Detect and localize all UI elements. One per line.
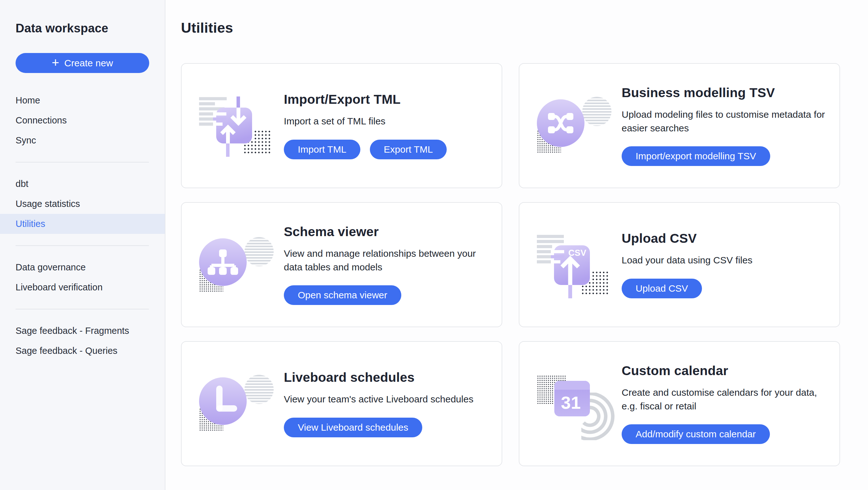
- calendar-day-number: 31: [554, 392, 587, 413]
- view-liveboard-schedules-button[interactable]: View Liveboard schedules: [284, 418, 422, 437]
- sidebar-item-home[interactable]: Home: [0, 91, 165, 110]
- card-description: View and manage relationships between yo…: [284, 247, 489, 274]
- sidebar-item-usage-statistics[interactable]: Usage statistics: [0, 194, 165, 214]
- custom-calendar-illustration: 31: [537, 367, 612, 440]
- bar-notch: [551, 255, 564, 258]
- sidebar-divider: [16, 162, 149, 162]
- sidebar-item-dbt[interactable]: dbt: [0, 174, 165, 194]
- create-new-label: Create new: [64, 58, 113, 69]
- card-description: Create and customise calendars for your …: [622, 386, 827, 413]
- bar-notch: [551, 250, 564, 253]
- create-new-button[interactable]: + Create new: [16, 53, 149, 73]
- bar-notch: [213, 118, 226, 121]
- sidebar-item-sync[interactable]: Sync: [0, 130, 165, 151]
- clock-hands-icon: [216, 386, 239, 415]
- arrow-stem: [226, 143, 229, 157]
- business-modelling-illustration: [537, 97, 612, 155]
- card-liveboard-schedules: Liveboard schedules View your team's act…: [181, 341, 502, 466]
- schema-viewer-illustration: [199, 236, 274, 294]
- sidebar-item-sage-feedback-queries[interactable]: Sage feedback - Queries: [0, 341, 165, 361]
- striped-circle-decoration: [245, 237, 274, 266]
- striped-circle-decoration: [582, 97, 612, 126]
- import-export-modelling-tsv-button[interactable]: Import/export modelling TSV: [622, 146, 770, 166]
- liveboard-schedules-illustration: [199, 375, 274, 432]
- arrow-stem: [237, 96, 240, 109]
- card-description: Load your data using CSV files: [622, 254, 752, 267]
- card-description: Import a set of TML files: [284, 115, 447, 128]
- import-tml-button[interactable]: Import TML: [284, 140, 360, 159]
- card-title: Schema viewer: [284, 224, 489, 239]
- plus-icon: +: [52, 56, 59, 69]
- card-title: Liveboard schedules: [284, 370, 473, 385]
- card-upload-csv: CSV Upload CSV Load your data using CSV: [519, 202, 840, 327]
- arrow-stem: [568, 285, 572, 298]
- sidebar-item-sage-feedback-fragments[interactable]: Sage feedback - Fragments: [0, 321, 165, 341]
- bar-notch: [213, 112, 226, 116]
- swap-connections-icon: [548, 113, 574, 133]
- purple-circle: [199, 238, 247, 286]
- card-title: Business modelling TSV: [622, 85, 827, 100]
- card-title: Upload CSV: [622, 231, 752, 246]
- data-workspace-app: Data workspace + Create new Home Connect…: [0, 0, 868, 490]
- export-tml-button[interactable]: Export TML: [370, 140, 447, 159]
- sidebar-item-utilities[interactable]: Utilities: [0, 214, 165, 234]
- card-title: Import/Export TML: [284, 92, 447, 107]
- sidebar: Data workspace + Create new Home Connect…: [0, 0, 165, 490]
- import-export-tml-illustration: [199, 92, 271, 159]
- sidebar-divider: [16, 309, 149, 309]
- page-title: Utilities: [181, 20, 840, 36]
- utilities-card-grid: Import/Export TML Import a set of TML fi…: [181, 63, 840, 466]
- open-schema-viewer-button[interactable]: Open schema viewer: [284, 285, 401, 305]
- bar-notch: [551, 260, 560, 263]
- sidebar-item-connections[interactable]: Connections: [0, 110, 165, 130]
- card-title: Custom calendar: [622, 363, 827, 378]
- card-description: View your team's active Liveboard schedu…: [284, 393, 473, 406]
- calendar-header: [554, 381, 590, 390]
- card-description: Upload modeling files to customise metad…: [622, 108, 827, 135]
- card-schema-viewer: Schema viewer View and manage relationsh…: [181, 202, 502, 327]
- hierarchy-tree-icon: [208, 250, 238, 275]
- calendar-shape: 31: [554, 381, 590, 416]
- purple-circle: [537, 99, 585, 147]
- purple-circle: [199, 377, 247, 425]
- card-custom-calendar: 31 Custom calendar Create and customise …: [519, 341, 840, 466]
- add-modify-custom-calendar-button[interactable]: Add/modify custom calendar: [622, 424, 770, 444]
- sidebar-divider: [16, 245, 149, 246]
- striped-circle-decoration: [245, 375, 274, 404]
- main-content: Utilities: [165, 0, 868, 490]
- sidebar-nav: Home Connections Sync dbt Usage statisti…: [0, 91, 165, 361]
- bar-notch: [213, 123, 222, 126]
- upload-csv-button[interactable]: Upload CSV: [622, 279, 702, 298]
- sidebar-item-liveboard-verification[interactable]: Liveboard verification: [0, 277, 165, 297]
- upload-csv-illustration: CSV: [537, 230, 609, 299]
- card-business-modelling-tsv: Business modelling TSV Upload modeling f…: [519, 63, 840, 188]
- workspace-title: Data workspace: [0, 22, 165, 35]
- sidebar-item-data-governance[interactable]: Data governance: [0, 257, 165, 277]
- card-import-export-tml: Import/Export TML Import a set of TML fi…: [181, 63, 502, 188]
